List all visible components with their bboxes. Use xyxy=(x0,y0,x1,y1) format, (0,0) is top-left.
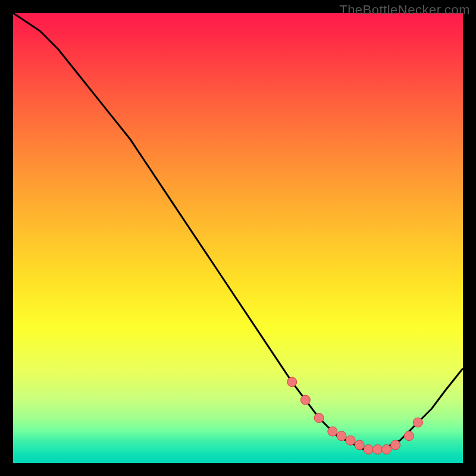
chart-frame: TheBottleNecker.com xyxy=(0,0,476,476)
curve-layer xyxy=(13,13,463,463)
data-dot xyxy=(364,444,373,454)
data-dot xyxy=(300,395,310,405)
data-dot xyxy=(391,440,400,450)
data-dot xyxy=(413,418,422,427)
data-dot xyxy=(346,436,355,445)
watermark-text: TheBottleNecker.com xyxy=(339,2,470,18)
data-dot xyxy=(328,427,337,436)
bottleneck-curve xyxy=(13,13,463,449)
data-dot xyxy=(355,440,364,450)
data-dot xyxy=(372,444,382,454)
data-dot xyxy=(382,444,392,454)
data-dot xyxy=(337,431,346,441)
data-dot xyxy=(314,413,324,422)
data-dot xyxy=(404,431,414,441)
data-dot xyxy=(287,377,297,387)
